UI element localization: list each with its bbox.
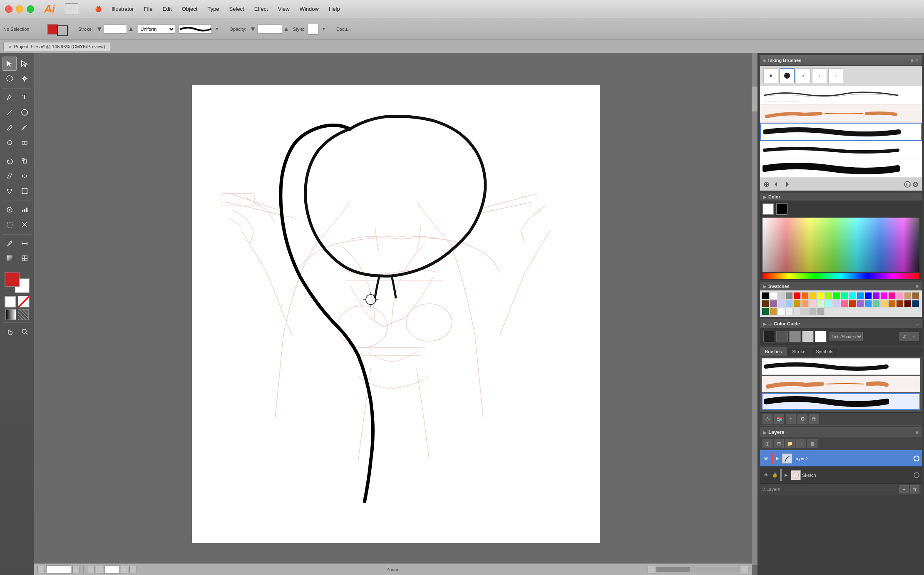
brush-arrow[interactable]: ▼: [215, 27, 219, 31]
tab-close-icon[interactable]: ×: [9, 44, 11, 49]
swatch-item[interactable]: [857, 300, 864, 307]
guide-swatch-2[interactable]: [776, 331, 788, 342]
close-button[interactable]: [5, 5, 12, 13]
layers-collect-icon[interactable]: ⊞: [774, 439, 784, 448]
artboard-tool[interactable]: [2, 218, 17, 232]
next-btn[interactable]: ▶: [121, 566, 128, 573]
foreground-color[interactable]: [5, 272, 20, 287]
swatch-item[interactable]: [809, 300, 817, 307]
symbol-sprayer-tool[interactable]: [2, 203, 17, 217]
magic-wand-tool[interactable]: [17, 72, 32, 86]
hue-slider[interactable]: [763, 273, 919, 279]
bss-brush-row-2[interactable]: [762, 376, 920, 392]
slice-tool[interactable]: [17, 218, 32, 232]
guide-refresh-icon[interactable]: ↺: [899, 332, 909, 341]
measure-tool[interactable]: [17, 236, 32, 250]
shear-tool[interactable]: [2, 169, 17, 183]
swatch-item[interactable]: [770, 300, 777, 307]
swatch-item[interactable]: [888, 292, 896, 300]
eyedropper-tool[interactable]: [2, 236, 17, 250]
guide-swatch-5[interactable]: [815, 331, 827, 342]
panel-collapse-icon[interactable]: ≡: [763, 58, 766, 63]
swatch-item[interactable]: [762, 300, 769, 307]
layer-2-row[interactable]: 👁 ▶ Layer 2: [760, 450, 922, 467]
no-fill-swatch[interactable]: [5, 296, 16, 307]
swatch-item[interactable]: [857, 292, 864, 300]
canvas-area[interactable]: + ▼ 146.96% ▲ |◀ ◀ 1 ▶ ▶| Zoom: [34, 53, 758, 575]
swatch-item[interactable]: [849, 292, 856, 300]
show-selected-icon[interactable]: ◎: [763, 414, 772, 424]
rotate-tool[interactable]: [2, 154, 17, 168]
stroke-decrease[interactable]: ▼: [96, 25, 103, 33]
color-white-swatch[interactable]: [763, 203, 774, 215]
guide-swatch-3[interactable]: [789, 331, 801, 342]
swatch-item[interactable]: [849, 300, 856, 307]
zoom-increase-btn[interactable]: ▲: [72, 566, 80, 573]
swatch-item[interactable]: [896, 292, 904, 300]
swatch-item[interactable]: [809, 292, 817, 300]
delete-layer-icon[interactable]: 🗑: [910, 485, 919, 493]
none-swatch[interactable]: [18, 296, 30, 307]
swatch-item[interactable]: [912, 292, 919, 300]
brush-preset-4[interactable]: [760, 141, 922, 159]
swatch-item[interactable]: [770, 292, 777, 300]
layers-delete-icon[interactable]: 🗑: [807, 439, 817, 448]
swatch-item[interactable]: [785, 308, 793, 315]
bss-brush-row-3[interactable]: [762, 393, 920, 410]
scroll-left-btn[interactable]: ◀: [648, 566, 655, 573]
brush-new-icon[interactable]: ⊕: [763, 180, 770, 189]
color-guide-collapse[interactable]: ▶: [763, 322, 767, 326]
scroll-right-btn[interactable]: ▶: [741, 566, 748, 573]
menu-edit[interactable]: Edit: [157, 4, 176, 14]
brush-left-icon[interactable]: [772, 180, 780, 188]
brush-preset-1[interactable]: -- -- -- -- -- -- -- -- -- -- --: [760, 86, 922, 104]
zoom-decrease-btn[interactable]: ▼: [37, 566, 45, 573]
gradient-tool[interactable]: [2, 251, 17, 265]
menu-select[interactable]: Select: [224, 4, 249, 14]
swatch-item[interactable]: [793, 292, 801, 300]
swatch-item[interactable]: [825, 300, 832, 307]
blob-brush-tool[interactable]: [2, 135, 17, 149]
prev-page-btn[interactable]: |◀: [87, 566, 94, 573]
brush-preset-5[interactable]: [760, 159, 922, 178]
bss-brush-row-1[interactable]: [762, 358, 920, 375]
menu-help[interactable]: Help: [324, 4, 345, 14]
swatch-item[interactable]: [793, 300, 801, 307]
opacity-increase[interactable]: ▲: [283, 25, 290, 33]
sketch-layer-expand-icon[interactable]: ▶: [783, 472, 790, 478]
type-tool[interactable]: T: [17, 90, 32, 104]
free-transform-tool[interactable]: [17, 184, 32, 198]
direct-selection-tool[interactable]: [17, 57, 32, 71]
color-panel-menu[interactable]: ≡: [916, 194, 919, 199]
lasso-tool[interactable]: [2, 72, 17, 86]
swatch-item[interactable]: [825, 292, 832, 300]
brush-preset-2[interactable]: [760, 104, 922, 123]
color-black-swatch[interactable]: [776, 203, 787, 215]
mode-switcher[interactable]: ⊞: [65, 3, 78, 15]
guide-arrow[interactable]: Tints/Shades Warm/Cool Vivid: [830, 332, 863, 341]
canvas-scrollbar-vertical[interactable]: [752, 53, 758, 565]
brush-options-icon[interactable]: ⚙: [797, 414, 807, 424]
opacity-decrease[interactable]: ▼: [250, 25, 256, 33]
warp-tool[interactable]: [2, 184, 17, 198]
swatch-item[interactable]: [896, 300, 904, 307]
stroke-swatch[interactable]: [57, 25, 68, 36]
prev-btn[interactable]: ◀: [96, 566, 103, 573]
zoom-input[interactable]: 146.96%: [46, 565, 71, 574]
pen-tool[interactable]: [2, 90, 17, 104]
graph-tool[interactable]: [17, 203, 32, 217]
layers-find-icon[interactable]: ◎: [763, 439, 772, 448]
right-panels-scroll[interactable]: ≡ Inking Brushes ≡ ×: [758, 53, 924, 575]
guide-swatch-1[interactable]: [763, 331, 775, 342]
opacity-input[interactable]: 100%: [257, 25, 282, 34]
swatch-item[interactable]: [872, 300, 880, 307]
brush-size-1[interactable]: [763, 68, 778, 83]
layer-2-visibility-icon[interactable]: 👁: [763, 455, 770, 462]
sketch-layer-target-icon[interactable]: [914, 472, 919, 478]
swatch-item[interactable]: [841, 292, 848, 300]
brush-size-3[interactable]: [796, 68, 811, 83]
document-tab[interactable]: × Project_File.ai* @ 146.96% (CMYK/Previ…: [3, 42, 110, 51]
swatch-item[interactable]: [777, 300, 785, 307]
menu-effect[interactable]: Effect: [249, 4, 273, 14]
hand-tool[interactable]: [2, 325, 17, 339]
